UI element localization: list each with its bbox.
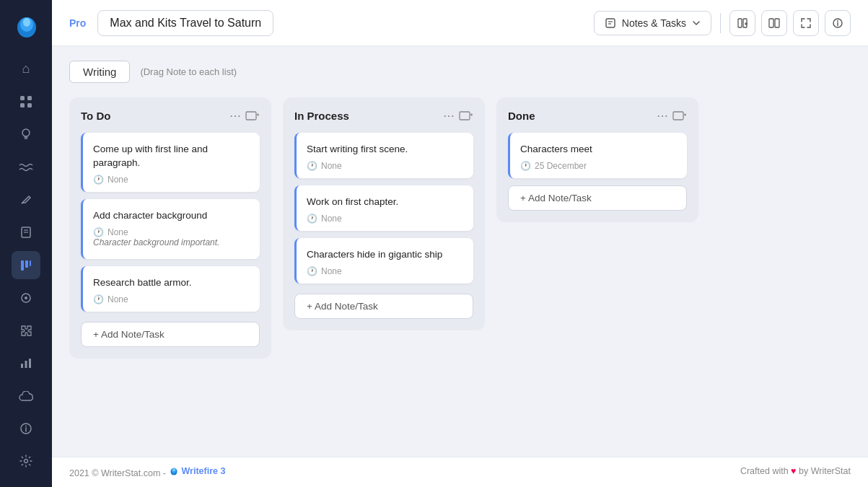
card-inprocess-1-date: 🕐 None [307,161,463,171]
card-todo-3-title: Research battle armor. [93,276,250,290]
svg-point-2 [23,18,30,27]
add-todo-button[interactable]: + Add Note/Task [81,322,260,347]
svg-rect-30 [769,19,773,27]
book-icon[interactable] [12,219,40,247]
app-logo [12,12,40,39]
card-inprocess-3-date: 🕐 None [307,266,463,276]
column-done: Done ⋯ Characters meet [496,97,698,222]
svg-point-21 [25,426,27,427]
svg-rect-38 [460,112,470,120]
chevron-down-icon [692,19,701,27]
svg-rect-12 [25,260,28,268]
bar-chart-icon[interactable] [12,349,40,377]
column-todo-title: To Do [81,110,110,122]
sidebar: ⌂ [0,0,52,487]
heart-icon: ♥ [791,466,796,476]
puzzle-icon[interactable] [12,317,40,345]
pen-icon[interactable] [12,185,40,214]
card-todo-1-date: 🕐 None [93,175,250,185]
fullscreen-button[interactable] [793,10,819,36]
document-title[interactable]: Max and Kits Travel to Saturn [97,10,273,36]
column-inprocess-menu-icon[interactable]: ⋯ [443,109,455,123]
card-todo-2-title: Add character background [93,209,250,223]
card-todo-2-date: 🕐 None [93,227,250,237]
settings-icon[interactable] [12,447,40,475]
card-inprocess-3[interactable]: Characters hide in gigantic ship 🕐 None [294,238,473,284]
column-todo: To Do ⋯ Come up with [69,97,271,359]
notes-board-icon[interactable] [12,251,40,279]
column-todo-actions: ⋯ [229,109,260,123]
clock-icon-3: 🕐 [93,294,104,304]
svg-rect-31 [775,19,779,27]
add-done-button[interactable]: + Add Note/Task [508,185,687,211]
clock-icon-7: 🕐 [520,161,531,171]
svg-rect-17 [25,361,27,368]
info-button[interactable] [825,10,851,36]
card-inprocess-2-title: Work on first chapter. [307,196,463,209]
content-area: Writing (Drag Note to each list) To Do ⋯ [52,46,868,457]
kanban-board: To Do ⋯ Come up with [69,97,851,359]
footer-logo-icon [169,466,179,476]
clock-icon-2: 🕐 [93,227,104,237]
card-inprocess-2-date: 🕐 None [307,214,463,224]
column-done-menu-icon[interactable]: ⋯ [657,109,668,123]
column-inprocess: In Process ⋯ Start writing fir [283,97,485,330]
svg-point-7 [22,129,30,136]
column-done-header: Done ⋯ [508,109,687,123]
card-todo-2-sub: Character background important. [93,237,250,247]
column-todo-header: To Do ⋯ [81,109,260,123]
cloud-icon[interactable] [12,382,40,410]
notes-tasks-button[interactable]: Notes & Tasks [594,11,711,35]
svg-rect-3 [20,96,25,100]
column-inprocess-title: In Process [294,110,349,122]
card-todo-3[interactable]: Research battle armor. 🕐 None [81,266,260,312]
svg-rect-23 [606,19,615,27]
svg-point-46 [172,468,175,471]
card-inprocess-1-title: Start writing first scene. [307,143,463,157]
column-todo-add-icon[interactable] [245,110,260,123]
column-done-title: Done [508,110,535,122]
clock-icon-6: 🕐 [307,266,317,276]
circle-icon[interactable] [12,284,40,312]
card-done-1[interactable]: Characters meet 🕐 25 December [508,133,687,178]
svg-rect-35 [246,112,256,120]
add-inprocess-button[interactable]: + Add Note/Task [294,294,473,319]
svg-point-15 [25,297,27,299]
column-inprocess-actions: ⋯ [443,109,473,123]
column-inprocess-add-icon[interactable] [459,110,473,123]
pro-badge: Pro [69,17,86,29]
grid-icon[interactable] [12,87,40,115]
card-todo-2[interactable]: Add character background 🕐 None Characte… [81,199,260,259]
column-todo-menu-icon[interactable]: ⋯ [229,109,241,123]
add-panel-button[interactable] [729,10,755,36]
waves-icon[interactable] [12,153,40,181]
lightbulb-icon[interactable] [12,120,40,149]
tab-bar: Writing (Drag Note to each list) [69,61,851,83]
card-todo-3-date: 🕐 None [93,294,250,304]
home-icon[interactable]: ⌂ [12,55,40,83]
card-inprocess-1[interactable]: Start writing first scene. 🕐 None [294,133,473,178]
header: Pro Max and Kits Travel to Saturn Notes … [52,0,868,46]
svg-rect-11 [21,260,24,271]
card-todo-1[interactable]: Come up with first line and paragraph. 🕐… [81,133,260,192]
svg-rect-26 [738,19,742,27]
tab-writing[interactable]: Writing [69,61,130,83]
notes-icon [605,17,616,29]
footer-brand: Writefire 3 [182,466,226,476]
info-circle-icon[interactable] [12,414,40,442]
card-inprocess-3-title: Characters hide in gigantic ship [307,248,463,262]
split-view-button[interactable] [761,10,787,36]
header-divider [720,13,721,33]
column-done-add-icon[interactable] [672,110,687,123]
main-area: Pro Max and Kits Travel to Saturn Notes … [52,0,868,487]
svg-rect-4 [27,96,32,100]
svg-rect-13 [30,260,31,266]
notes-tasks-label: Notes & Tasks [622,17,686,29]
card-done-1-title: Characters meet [520,143,677,157]
card-inprocess-2[interactable]: Work on first chapter. 🕐 None [294,185,473,231]
svg-rect-16 [21,364,23,368]
footer-right: Crafted with ♥ by WriterStat [740,466,851,478]
svg-rect-5 [20,103,25,108]
svg-rect-18 [29,359,31,368]
tab-hint: (Drag Note to each list) [140,66,237,77]
